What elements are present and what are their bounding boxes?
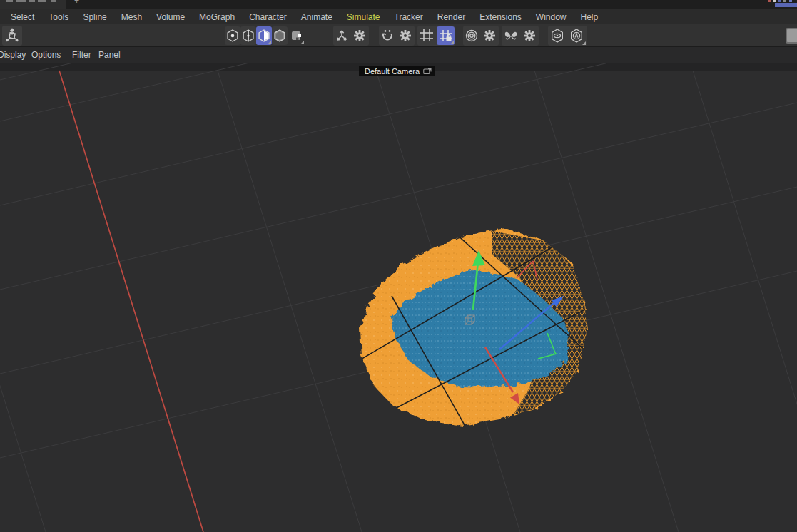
symmetry-icon[interactable] xyxy=(502,26,520,46)
menu-animate[interactable]: Animate xyxy=(294,12,340,22)
symmetry-settings-gear-icon[interactable] xyxy=(521,26,538,46)
vp-menu-display[interactable]: Display xyxy=(0,50,26,60)
vp-menu-options[interactable]: Options xyxy=(31,50,61,60)
rotate-snap-icon[interactable] xyxy=(379,26,396,46)
vp-menu-filter[interactable]: Filter xyxy=(72,50,91,60)
terrain-mesh-object[interactable] xyxy=(325,205,621,430)
clipped-pixels xyxy=(789,0,792,2)
texture-mode-icon xyxy=(289,27,305,44)
clipped-pixels xyxy=(778,0,781,2)
clipped-toolbar-icon[interactable] xyxy=(786,28,797,44)
edges-mode-icon xyxy=(240,27,256,44)
menu-render[interactable]: Render xyxy=(430,12,472,22)
points-mode-button[interactable] xyxy=(225,26,240,45)
soft-selection-icon[interactable] xyxy=(463,26,480,46)
menu-help[interactable]: Help xyxy=(574,12,606,22)
move-tool-button[interactable] xyxy=(2,26,22,46)
quantize-lock-button[interactable] xyxy=(437,26,455,45)
menu-extensions[interactable]: Extensions xyxy=(472,12,529,22)
viewport-scene xyxy=(0,63,797,532)
soft-selection-group xyxy=(463,26,499,46)
clipped-pixels xyxy=(768,0,771,2)
edges-mode-button[interactable] xyxy=(240,26,256,45)
menu-volume[interactable]: Volume xyxy=(149,12,192,22)
move-tool-icon xyxy=(2,26,22,46)
menu-mesh[interactable]: Mesh xyxy=(114,12,149,22)
main-menu-bar: Select Tools Spline Mesh Volume MoGraph … xyxy=(0,9,797,24)
tab-strip: + xyxy=(0,0,797,9)
clipped-pixels xyxy=(773,0,776,2)
points-mode-icon xyxy=(225,27,240,44)
close-icon[interactable] xyxy=(51,0,56,2)
enable-axis-icon[interactable] xyxy=(333,26,350,46)
menu-spline[interactable]: Spline xyxy=(76,12,113,22)
snap-grid-group xyxy=(417,26,455,46)
camera-label: Default Camera xyxy=(365,67,420,76)
mode-toolbar xyxy=(0,24,797,47)
clipped-title-fragment xyxy=(38,0,46,2)
rotate-snap-group xyxy=(379,26,415,46)
auto-mode-button[interactable] xyxy=(567,26,587,46)
model-mode-button[interactable] xyxy=(272,26,288,45)
x-axis-line xyxy=(59,71,203,532)
layout-accent-bar[interactable] xyxy=(775,3,797,7)
cinema4d-window: + Select Tools Spline Mesh Volume MoGrap… xyxy=(0,0,797,532)
axis-settings-gear-icon[interactable] xyxy=(351,26,368,46)
rotate-snap-settings-gear-icon[interactable] xyxy=(397,26,414,46)
soft-selection-settings-gear-icon[interactable] xyxy=(481,26,498,46)
view-mode-group xyxy=(548,26,587,46)
menu-tracker[interactable]: Tracker xyxy=(387,12,430,22)
clipped-title-fragment xyxy=(16,0,26,2)
menu-simulate[interactable]: Simulate xyxy=(340,12,387,22)
camera-swap-icon[interactable] xyxy=(423,67,432,75)
new-tab-plus-icon[interactable]: + xyxy=(74,0,84,9)
menu-tools[interactable]: Tools xyxy=(41,12,76,22)
model-mode-icon xyxy=(272,27,288,44)
viewport-menu-bar: Display Options Filter Panel xyxy=(0,47,797,63)
viewport-solo-hex-eye-icon[interactable] xyxy=(548,26,567,46)
menu-window[interactable]: Window xyxy=(529,12,574,22)
grid-snap-icon[interactable] xyxy=(417,26,436,46)
clipped-pixels xyxy=(783,0,786,2)
axis-tool-group xyxy=(333,26,369,46)
viewport-3d[interactable]: Default Camera xyxy=(0,63,797,532)
polygons-mode-button[interactable] xyxy=(256,26,272,45)
auto-mode-hex-a-icon xyxy=(567,26,586,46)
clipped-title-fragment xyxy=(29,0,35,2)
camera-label-bar[interactable]: Default Camera xyxy=(359,66,435,76)
symmetry-group xyxy=(502,26,539,46)
menu-mograph[interactable]: MoGraph xyxy=(192,12,242,22)
polygons-mode-icon xyxy=(256,27,272,44)
quantize-lock-icon xyxy=(437,27,455,44)
clipped-title-fragment xyxy=(6,0,13,2)
menu-select[interactable]: Select xyxy=(4,12,41,22)
menu-character[interactable]: Character xyxy=(242,12,294,22)
document-tab[interactable] xyxy=(0,0,66,9)
texture-mode-button[interactable] xyxy=(289,26,305,45)
vp-menu-panel[interactable]: Panel xyxy=(98,50,121,60)
